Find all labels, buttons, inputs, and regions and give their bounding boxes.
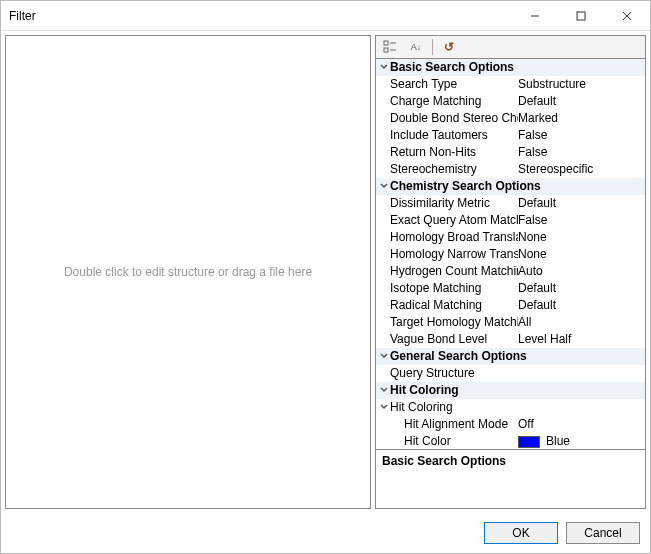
property-value[interactable]: Substructure xyxy=(518,76,645,93)
property-row[interactable]: Dissimilarity MetricDefault xyxy=(376,195,645,212)
property-value-text: Default xyxy=(518,93,556,110)
property-row[interactable]: Double Bond Stereo CheckingMarked xyxy=(376,110,645,127)
property-value-text: Off xyxy=(518,416,534,433)
property-value-text: Default xyxy=(518,195,556,212)
sub-category-row[interactable]: Hit Coloring xyxy=(376,399,645,416)
cancel-button[interactable]: Cancel xyxy=(566,522,640,544)
property-value[interactable]: False xyxy=(518,212,645,229)
expand-icon[interactable] xyxy=(376,348,390,365)
property-value[interactable]: None xyxy=(518,246,645,263)
property-value[interactable]: Level Half xyxy=(518,331,645,348)
property-row[interactable]: StereochemistryStereospecific xyxy=(376,161,645,178)
property-value-text: Marked xyxy=(518,110,558,127)
property-label: Include Tautomers xyxy=(390,127,518,144)
category-row[interactable]: Chemistry Search Options xyxy=(376,178,645,195)
property-row[interactable]: Query Structure xyxy=(376,365,645,382)
property-value[interactable]: Marked xyxy=(518,110,645,127)
svg-rect-5 xyxy=(384,48,388,52)
property-label: Homology Narrow Translation xyxy=(390,246,518,263)
property-value[interactable]: All xyxy=(518,314,645,331)
property-value-text: Stereospecific xyxy=(518,161,593,178)
property-value[interactable]: Default xyxy=(518,195,645,212)
property-value-text: None xyxy=(518,246,547,263)
property-label: Radical Matching xyxy=(390,297,518,314)
property-label: Dissimilarity Metric xyxy=(390,195,518,212)
property-label: Hit Color xyxy=(404,433,518,449)
reset-icon[interactable]: ↺ xyxy=(439,38,459,56)
maximize-button[interactable] xyxy=(558,1,604,31)
property-value[interactable]: None xyxy=(518,229,645,246)
property-value[interactable]: Default xyxy=(518,280,645,297)
property-label: Isotope Matching xyxy=(390,280,518,297)
property-label: Double Bond Stereo Checking xyxy=(390,110,518,127)
property-panel: A↓ ↺ Basic Search OptionsSearch TypeSubs… xyxy=(375,35,646,509)
property-row[interactable]: Target Homology MatchingAll xyxy=(376,314,645,331)
svg-rect-4 xyxy=(384,41,388,45)
structure-editor[interactable]: Double click to edit structure or drag a… xyxy=(5,35,371,509)
property-value[interactable]: False xyxy=(518,127,645,144)
category-row[interactable]: Hit Coloring xyxy=(376,382,645,399)
close-button[interactable] xyxy=(604,1,650,31)
property-label: Exact Query Atom Matching xyxy=(390,212,518,229)
property-row[interactable]: Homology Broad TranslationNone xyxy=(376,229,645,246)
property-row[interactable]: Vague Bond LevelLevel Half xyxy=(376,331,645,348)
property-value-text: False xyxy=(518,212,547,229)
property-value[interactable]: Default xyxy=(518,297,645,314)
expand-icon[interactable] xyxy=(376,178,390,195)
property-label: Return Non-Hits xyxy=(390,144,518,161)
toolbar-separator xyxy=(432,39,433,55)
property-label: Target Homology Matching xyxy=(390,314,518,331)
property-label: Search Type xyxy=(390,76,518,93)
category-row[interactable]: Basic Search Options xyxy=(376,59,645,76)
property-row[interactable]: Search TypeSubstructure xyxy=(376,76,645,93)
sort-az-icon[interactable]: A↓ xyxy=(406,38,426,56)
property-row[interactable]: Isotope MatchingDefault xyxy=(376,280,645,297)
property-value-text: Default xyxy=(518,297,556,314)
description-pane: Basic Search Options xyxy=(375,449,646,509)
dialog-footer: OK Cancel xyxy=(1,513,650,553)
property-label: Hydrogen Count Matching xyxy=(390,263,518,280)
sub-category-label: Hit Coloring xyxy=(390,399,453,416)
property-row[interactable]: Radical MatchingDefault xyxy=(376,297,645,314)
property-grid[interactable]: Basic Search OptionsSearch TypeSubstruct… xyxy=(375,59,646,449)
minimize-button[interactable] xyxy=(512,1,558,31)
property-value[interactable]: Blue xyxy=(518,433,645,449)
property-row[interactable]: Homology Narrow TranslationNone xyxy=(376,246,645,263)
property-row[interactable]: Charge MatchingDefault xyxy=(376,93,645,110)
property-value[interactable]: Off xyxy=(518,416,645,433)
property-value-text: None xyxy=(518,229,547,246)
description-heading: Basic Search Options xyxy=(382,454,506,468)
property-row[interactable]: Exact Query Atom MatchingFalse xyxy=(376,212,645,229)
property-label: Charge Matching xyxy=(390,93,518,110)
category-label: Hit Coloring xyxy=(390,382,459,399)
property-label: Homology Broad Translation xyxy=(390,229,518,246)
ok-button[interactable]: OK xyxy=(484,522,558,544)
property-row[interactable]: Hit ColorBlue xyxy=(376,433,645,449)
property-value-text: Default xyxy=(518,280,556,297)
property-value-text: False xyxy=(518,127,547,144)
property-value-text: Substructure xyxy=(518,76,586,93)
expand-icon[interactable] xyxy=(376,59,390,76)
property-label: Query Structure xyxy=(390,365,518,382)
property-value[interactable]: Stereospecific xyxy=(518,161,645,178)
property-value[interactable]: Auto xyxy=(518,263,645,280)
categorized-icon[interactable] xyxy=(380,38,400,56)
property-label: Hit Alignment Mode xyxy=(404,416,518,433)
property-row[interactable]: Hydrogen Count MatchingAuto xyxy=(376,263,645,280)
property-label: Stereochemistry xyxy=(390,161,518,178)
property-toolbar: A↓ ↺ xyxy=(375,35,646,59)
category-label: Chemistry Search Options xyxy=(390,178,541,195)
expand-icon[interactable] xyxy=(376,382,390,399)
expand-icon[interactable] xyxy=(376,399,390,416)
category-row[interactable]: General Search Options xyxy=(376,348,645,365)
property-row[interactable]: Hit Alignment ModeOff xyxy=(376,416,645,433)
category-label: Basic Search Options xyxy=(390,59,514,76)
category-label: General Search Options xyxy=(390,348,527,365)
property-row[interactable]: Include TautomersFalse xyxy=(376,127,645,144)
property-row[interactable]: Return Non-HitsFalse xyxy=(376,144,645,161)
property-label: Vague Bond Level xyxy=(390,331,518,348)
svg-rect-1 xyxy=(577,12,585,20)
property-value[interactable]: Default xyxy=(518,93,645,110)
window-title: Filter xyxy=(9,9,512,23)
property-value[interactable]: False xyxy=(518,144,645,161)
